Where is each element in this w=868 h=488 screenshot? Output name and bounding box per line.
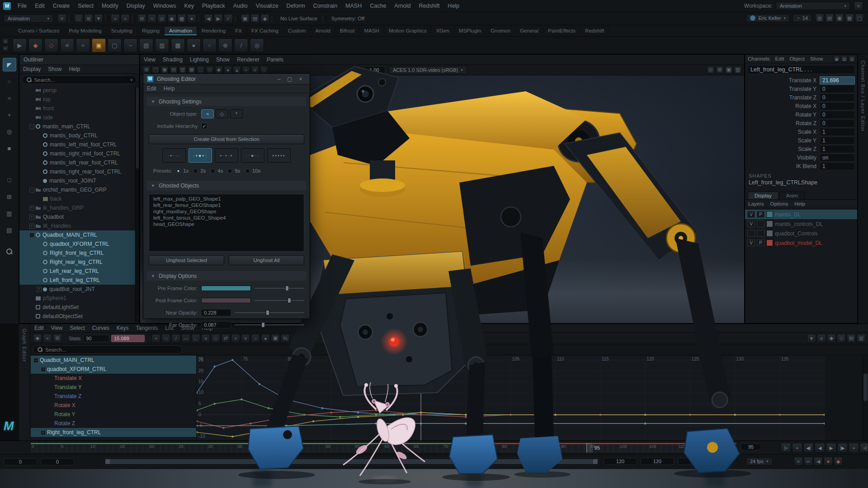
speaker-icon[interactable]: ◀: [814, 457, 823, 466]
move-nearest-key-icon[interactable]: ◆: [33, 334, 42, 343]
menubar-item[interactable]: Constrain: [309, 3, 342, 9]
outliner-item[interactable]: + quadBot_root_JNT: [19, 285, 139, 294]
channel-row[interactable]: Translate Y 0: [747, 84, 855, 93]
menubar-item[interactable]: Create: [49, 3, 74, 9]
layer-playback-toggle[interactable]: P: [757, 211, 764, 218]
ghosting-menu-item[interactable]: Edit: [143, 85, 160, 92]
viewport-menu-item[interactable]: Renderer: [233, 56, 263, 63]
ghosting-editor-window[interactable]: M Ghosting Editor –▢× EditHelp ▼ Ghostin…: [143, 73, 310, 319]
single-pane-layout-icon[interactable]: □: [3, 173, 16, 187]
selected-object-name[interactable]: Left_front_leg_CTRL . . .: [747, 65, 855, 74]
ghost-preset-all-icon[interactable]: •••••: [267, 148, 291, 163]
textured-icon[interactable]: ▥: [734, 66, 742, 74]
channel-value-field[interactable]: 21.696: [820, 76, 855, 84]
panel-menu-icon[interactable]: ▥: [857, 334, 866, 343]
shelf-tab[interactable]: MSPlugin: [454, 27, 486, 35]
outliner-item[interactable]: + Quadbot: [19, 212, 139, 221]
shelf-tab[interactable]: Bifrost: [335, 27, 360, 35]
range-start-handle[interactable]: [105, 459, 110, 464]
outliner-item[interactable]: defaultLightSet: [19, 303, 139, 312]
graph-editor-menu-item[interactable]: Curves: [89, 325, 113, 331]
near-opacity-slider[interactable]: [235, 310, 304, 316]
shelf-tab[interactable]: Curves / Surfaces: [14, 27, 64, 35]
clamped-tangent-icon[interactable]: ∩: [161, 334, 170, 343]
play-backwards-button[interactable]: ◀: [815, 443, 825, 453]
quadbot_Controls[interactable]: quadbot_Controls: [745, 229, 857, 238]
layer-menu-item[interactable]: Layers: [745, 201, 767, 206]
graph-plot-area[interactable]: 7075808590951001051101151201251301351402…: [197, 356, 825, 441]
expand-toggle-icon[interactable]: +: [37, 287, 42, 292]
graph-editor-menu-item[interactable]: View: [47, 325, 66, 331]
create-constraint-icon[interactable]: ⊕: [218, 38, 232, 52]
layer-editor-tab[interactable]: Display: [748, 192, 778, 199]
outliner-item[interactable]: top: [19, 95, 139, 104]
menubar-item[interactable]: Audio: [229, 3, 252, 9]
expand-toggle-icon[interactable]: +: [41, 430, 46, 435]
free-tangent-weight-icon[interactable]: ○: [251, 334, 260, 343]
graph-editor-icon[interactable]: ▤: [139, 38, 153, 52]
channel-box-menu-item[interactable]: Show: [807, 56, 826, 61]
ghost-selected-icon[interactable]: ▣: [92, 38, 106, 52]
menubar-item[interactable]: Select: [74, 3, 98, 9]
linear-tangent-icon[interactable]: /: [171, 334, 180, 343]
menubar-item[interactable]: Windows: [149, 3, 180, 9]
ao-toggle-icon[interactable]: ≈: [242, 66, 250, 74]
undo-icon[interactable]: «: [111, 14, 120, 23]
layer-playback-toggle[interactable]: P: [757, 239, 764, 246]
expand-toggle-icon[interactable]: −: [29, 188, 34, 192]
snap-projected-center-icon[interactable]: ◉: [167, 14, 176, 23]
select-tool-icon[interactable]: ◤: [3, 58, 16, 71]
clip-end-field[interactable]: 120: [678, 458, 711, 465]
channel-row[interactable]: Translate X 21.696: [747, 76, 855, 84]
viewport-menu-item[interactable]: Show: [212, 56, 233, 63]
menubar-item[interactable]: Cache: [366, 3, 390, 9]
time-remaining-badge[interactable]: ◔14: [793, 14, 812, 22]
far-opacity-slider[interactable]: [235, 322, 304, 328]
expand-toggle-icon[interactable]: −: [33, 358, 38, 363]
menubar-item[interactable]: Display: [123, 3, 149, 9]
channel-value-field[interactable]: on: [820, 154, 855, 162]
range-end-handle[interactable]: [593, 459, 598, 464]
frame-all-icon[interactable]: ◆: [215, 66, 223, 74]
menubar-item[interactable]: Deform: [283, 3, 309, 9]
set-key-icon[interactable]: ◆: [28, 38, 42, 52]
ghosted-object-item[interactable]: right_maxillary_GEOShape: [149, 208, 304, 215]
near-opacity-field[interactable]: [201, 309, 231, 316]
mantis_DL[interactable]: V P mantis_DL: [745, 210, 857, 219]
outliner-search[interactable]: ▾: [22, 75, 137, 84]
channel-row[interactable]: Rotate Z 0: [747, 119, 855, 127]
lighting-toggle-icon[interactable]: ●: [224, 66, 232, 74]
unify-tangents-icon[interactable]: ∨: [241, 334, 250, 343]
play-forwards-button[interactable]: ▶: [826, 443, 836, 453]
isolate-select-icon[interactable]: ◎: [707, 66, 715, 74]
preset-radio[interactable]: 5s: [227, 168, 240, 174]
preset-radio[interactable]: 2s: [193, 168, 206, 174]
divider[interactable]: [235, 15, 238, 22]
lock-tangent-weight-icon[interactable]: ●: [261, 334, 270, 343]
unghost-icon[interactable]: ▢: [108, 38, 122, 52]
ghosting-settings-section[interactable]: ▼ Ghosting Settings: [147, 97, 306, 106]
channel-box-menu-item[interactable]: Object: [787, 56, 807, 61]
channel-row[interactable]: Scale Y 1: [747, 136, 855, 145]
ghost-type-frames-icon[interactable]: ◇: [216, 109, 228, 118]
auto-frame-icon[interactable]: ▣: [271, 334, 280, 343]
channel-row[interactable]: Scale X 1: [747, 127, 855, 136]
channel-row[interactable]: Rotate X 0: [747, 102, 855, 110]
outliner-item[interactable]: mantis_right_rear_foot_CTRL: [19, 167, 139, 176]
shelf-tab[interactable]: General: [515, 27, 543, 35]
film-gate-icon[interactable]: ▣: [160, 66, 169, 74]
stats-value-field[interactable]: 15.089: [111, 335, 145, 342]
ghosting-editor-titlebar[interactable]: M Ghosting Editor –▢×: [143, 74, 310, 84]
set-breakdown-icon[interactable]: ◇: [44, 38, 58, 52]
outliner-item[interactable]: mantis_right_mid_foot_CTRL: [19, 149, 139, 158]
shelf-tab[interactable]: Arnold: [311, 27, 335, 35]
outliner-item[interactable]: − orchid_mantis_GEO_GRP: [19, 185, 139, 194]
grid-toggle-icon[interactable]: ⊞: [142, 66, 151, 74]
shelf-tab[interactable]: Motion Graphics: [384, 27, 432, 35]
safe-title-icon[interactable]: ◇: [206, 66, 214, 74]
curve-filter-icon[interactable]: ≡: [817, 334, 826, 343]
stats-frame-field[interactable]: 90: [83, 335, 109, 342]
display-toggle-icon[interactable]: ▥: [849, 56, 855, 62]
graph-editor-menu-item[interactable]: Select: [66, 325, 88, 331]
graph-channel-item[interactable]: − quadbot_XFORM_CTRL: [31, 365, 196, 374]
